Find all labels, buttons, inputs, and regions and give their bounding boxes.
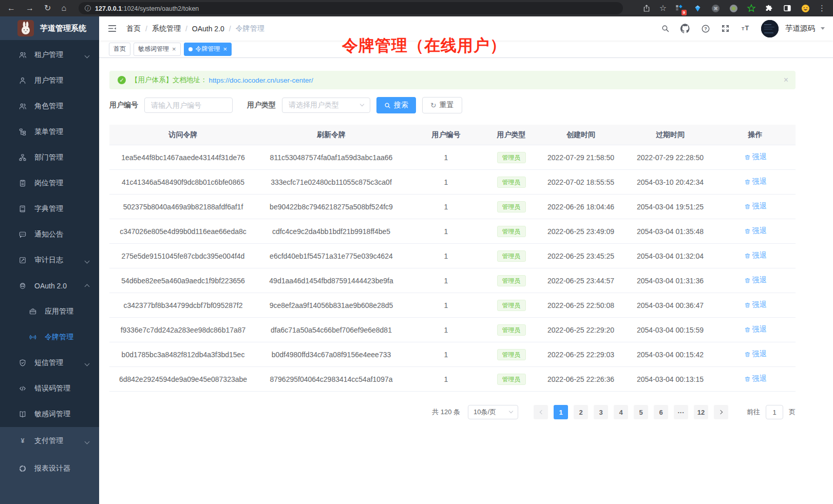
sidebar-item-post[interactable]: 岗位管理 <box>0 170 99 196</box>
force-logout-button[interactable]: 强退 <box>744 202 767 211</box>
font-size-icon[interactable]: TT <box>741 24 750 33</box>
back-icon[interactable]: ← <box>7 4 15 12</box>
sidebar-item-pay[interactable]: ¥支付管理 <box>0 427 99 455</box>
force-logout-button[interactable]: 强退 <box>744 276 767 285</box>
page-button-5[interactable]: 5 <box>634 405 648 419</box>
sidebar-item-label: 短信管理 <box>34 358 63 367</box>
goto-page-input[interactable] <box>766 405 783 419</box>
user-type-placeholder: 请选择用户类型 <box>289 101 339 110</box>
next-page-button[interactable] <box>714 405 728 419</box>
hamburger-icon[interactable] <box>107 24 117 33</box>
star-extension-icon[interactable] <box>746 3 756 13</box>
sidebar-panel-icon[interactable] <box>782 3 792 13</box>
sidebar-item-report[interactable]: 报表设计器 <box>0 455 99 482</box>
shield-icon <box>18 359 27 367</box>
active-tag-dot <box>188 47 193 51</box>
svg-text:⌘: ⌘ <box>713 6 718 11</box>
tag-sensitive-word[interactable]: 敏感词管理× <box>134 43 181 56</box>
user-id-input[interactable] <box>144 98 233 113</box>
user-type-badge: 管理员 <box>497 201 526 212</box>
tag-close-icon[interactable]: × <box>223 46 228 52</box>
browser-menu-icon[interactable]: ⋮ <box>818 4 826 13</box>
expire-time-cell: 2022-07-29 22:28:50 <box>626 153 715 162</box>
sidebar-item-dict[interactable]: 字典管理 <box>0 196 99 222</box>
page-button-1[interactable]: 1 <box>554 405 568 419</box>
avatar[interactable] <box>761 20 779 37</box>
force-logout-button[interactable]: 强退 <box>744 350 767 359</box>
extension-badge: 9 <box>681 10 687 15</box>
table-row: 502375b8040a469a9b82188afdf6af1fbe90422b… <box>109 195 796 219</box>
sidebar-item-role[interactable]: 角色管理 <box>0 93 99 119</box>
page-button-12[interactable]: 12 <box>694 405 708 419</box>
page-ellipsis[interactable]: ··· <box>674 405 688 419</box>
site-info-icon[interactable]: i <box>85 5 91 11</box>
user-id-cell: 1 <box>406 227 486 236</box>
user-id-cell: 1 <box>406 203 486 211</box>
alert-close-icon[interactable]: × <box>784 75 788 85</box>
page-button-2[interactable]: 2 <box>574 405 588 419</box>
page-size-select[interactable]: 10条/页 <box>468 405 518 419</box>
sidebar-item-menu[interactable]: 菜单管理 <box>0 119 99 145</box>
sidebar-item-sensitive-word[interactable]: 敏感词管理 <box>0 401 99 427</box>
home-icon[interactable]: ⌂ <box>61 4 66 12</box>
emoji-profile-icon[interactable] <box>800 3 810 13</box>
column-header: 过期时间 <box>626 130 715 140</box>
force-logout-button[interactable]: 强退 <box>744 251 767 260</box>
extension-tiles-icon[interactable]: 9 <box>674 3 685 13</box>
force-logout-button[interactable]: 强退 <box>744 374 767 383</box>
tag-home[interactable]: 首页 <box>109 43 130 56</box>
sidebar-item-user[interactable]: 用户管理 <box>0 68 99 93</box>
force-logout-button[interactable]: 强退 <box>744 226 767 236</box>
reset-button[interactable]: ↻ 重置 <box>422 97 462 113</box>
access-token-cell: 1ea5e44f8bc1467aaede43144f31de76 <box>109 153 257 162</box>
user-type-cell: 管理员 <box>486 324 536 336</box>
breadcrumb-item[interactable]: OAuth 2.0 <box>192 25 224 33</box>
access-token-cell: 6d842e2924594de9a09e45e087323abe <box>109 375 257 383</box>
bookmark-star-icon[interactable]: ☆ <box>659 4 667 12</box>
help-icon[interactable]: ? <box>701 24 710 33</box>
command-extension-icon[interactable]: ⌘ <box>710 3 721 13</box>
app-logo[interactable]: 芋道管理系统 <box>0 16 99 40</box>
reload-icon[interactable]: ↻ <box>44 4 51 12</box>
search-icon[interactable] <box>661 24 670 33</box>
gem-extension-icon[interactable] <box>692 3 703 13</box>
sidebar-item-error-code[interactable]: 错误码管理 <box>0 376 99 401</box>
page-button-3[interactable]: 3 <box>594 405 608 419</box>
tag-token[interactable]: 令牌管理× <box>184 43 232 56</box>
sidebar-item-oauth2[interactable]: OAuth 2.0 <box>0 273 99 299</box>
username[interactable]: 芋道源码 <box>785 24 815 33</box>
sidebar-item-oauth2-token[interactable]: 令牌管理 <box>0 324 99 350</box>
page-button-4[interactable]: 4 <box>614 405 628 419</box>
doc-link[interactable]: https://doc.iocoder.cn/user-center/ <box>209 76 313 84</box>
force-logout-button[interactable]: 强退 <box>744 177 767 186</box>
address-bar[interactable]: i 127.0.0.1:1024/system/oauth2/token <box>79 2 623 14</box>
user-id-cell: 1 <box>406 326 486 334</box>
breadcrumb-item[interactable]: 系统管理 <box>152 24 181 33</box>
breadcrumb-item[interactable]: 首页 <box>126 24 141 33</box>
github-icon[interactable] <box>680 24 690 33</box>
force-logout-button[interactable]: 强退 <box>744 325 767 334</box>
create-time-cell: 2022-06-25 22:50:08 <box>536 301 626 309</box>
force-logout-button[interactable]: 强退 <box>744 152 767 162</box>
page-button-6[interactable]: 6 <box>654 405 668 419</box>
sidebar-item-audit-log[interactable]: 审计日志 <box>0 247 99 273</box>
sidebar-item-dept[interactable]: 部门管理 <box>0 145 99 170</box>
prev-page-button[interactable] <box>534 405 548 419</box>
search-button[interactable]: 搜索 <box>376 97 416 113</box>
fullscreen-icon[interactable] <box>721 24 730 33</box>
force-logout-button[interactable]: 强退 <box>744 300 767 309</box>
share-icon[interactable] <box>641 3 652 13</box>
sidebar-item-tenant[interactable]: 租户管理 <box>0 42 99 68</box>
sidebar-item-sms[interactable]: 短信管理 <box>0 350 99 376</box>
tag-close-icon[interactable]: × <box>172 46 176 52</box>
sidebar-item-notice[interactable]: 通知公告 <box>0 222 99 247</box>
actions-cell: 强退 <box>715 300 796 310</box>
user-id-cell: 1 <box>406 301 486 309</box>
sidebar-item-oauth2-app[interactable]: 应用管理 <box>0 299 99 324</box>
forward-icon[interactable]: → <box>26 4 34 12</box>
record-extension-icon[interactable] <box>728 3 739 13</box>
user-type-select[interactable]: 请选择用户类型 <box>282 98 370 113</box>
caret-down-icon[interactable] <box>821 27 825 30</box>
puzzle-extensions-icon[interactable] <box>764 3 774 13</box>
user-id-cell: 1 <box>406 351 486 359</box>
